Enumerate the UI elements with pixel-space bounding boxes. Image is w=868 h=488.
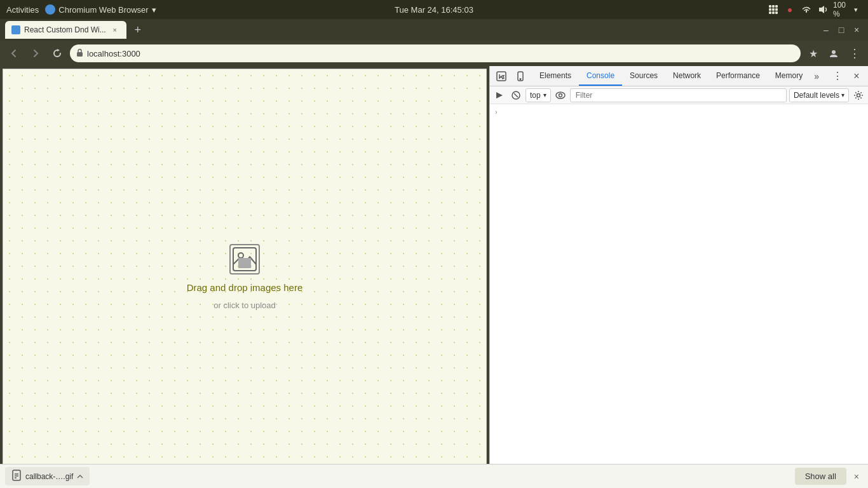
grid-tray-icon[interactable]	[768, 4, 779, 15]
svg-point-16	[520, 78, 521, 79]
eye-button[interactable]	[553, 88, 567, 102]
default-levels-label: Default levels	[794, 91, 839, 100]
console-content: ›	[490, 104, 868, 488]
app-dropdown-icon[interactable]: ▾	[152, 5, 156, 15]
default-levels-dropdown-icon: ▾	[841, 92, 844, 98]
address-text: localhost:3000	[87, 49, 794, 58]
maximize-button[interactable]: □	[835, 24, 848, 36]
svg-rect-5	[775, 8, 778, 11]
tab-sources[interactable]: Sources	[622, 66, 665, 86]
drop-zone-icon	[229, 244, 260, 274]
main-area: Drag and drop images here or click to up…	[0, 66, 868, 488]
close-window-button[interactable]: ×	[850, 24, 863, 36]
new-tab-button[interactable]: +	[129, 21, 147, 39]
tab-overflow-button[interactable]: »	[810, 66, 823, 86]
tab-bar: React Custom Dnd Wi... × +	[5, 21, 820, 39]
more-options-button[interactable]: ⋮	[829, 67, 846, 85]
tab-close-button[interactable]: ×	[110, 25, 120, 35]
activities-button[interactable]: Activities	[6, 5, 39, 15]
devtools-tabs: Elements Console Sources Network Perform…	[532, 66, 826, 86]
battery-label: 100 %	[834, 4, 845, 15]
back-button[interactable]	[5, 44, 23, 62]
tab-console[interactable]: Console	[579, 66, 622, 86]
system-tray: ● 100 % ▾	[768, 4, 862, 15]
navigation-bar: localhost:3000 ★ ⋮	[0, 41, 868, 66]
devtools-toolbar-right: ⋮ ×	[826, 67, 868, 85]
nav-actions: ★ ⋮	[804, 44, 863, 62]
context-label: top	[530, 91, 541, 100]
console-filter-input[interactable]	[570, 88, 787, 102]
lock-icon	[76, 48, 83, 58]
avatar-button[interactable]	[825, 44, 843, 62]
default-levels-button[interactable]: Default levels ▾	[789, 88, 849, 102]
download-bar: callback-….gif Show all ×	[0, 464, 868, 488]
forward-button[interactable]	[27, 44, 44, 62]
svg-rect-7	[772, 11, 775, 14]
svg-rect-0	[769, 5, 771, 8]
console-settings-button[interactable]	[851, 88, 865, 102]
system-datetime: Tue Mar 24, 16:45:03	[395, 5, 473, 15]
close-devtools-button[interactable]: ×	[848, 67, 865, 85]
bookmark-button[interactable]: ★	[804, 44, 822, 62]
app-name[interactable]: Chromium Web Browser ▾	[45, 4, 156, 15]
minimize-button[interactable]: –	[820, 24, 832, 36]
download-filename: callback-….gif	[25, 472, 73, 481]
tab-elements[interactable]: Elements	[532, 66, 579, 86]
devtools-toolbar: Elements Console Sources Network Perform…	[490, 66, 868, 86]
app-name-label: Chromium Web Browser	[58, 5, 148, 15]
show-all-button[interactable]: Show all	[795, 468, 846, 485]
download-expand-icon[interactable]	[77, 473, 83, 480]
devtools-toolbar-left	[490, 67, 532, 85]
svg-rect-8	[775, 11, 778, 14]
context-dropdown-icon: ▾	[543, 92, 546, 98]
console-toolbar: top ▾ Default levels ▾	[490, 86, 868, 104]
console-chevron-icon: ›	[495, 108, 498, 116]
upload-text: or click to upload	[214, 301, 276, 310]
tab-favicon	[11, 25, 20, 34]
menu-button[interactable]: ⋮	[845, 44, 863, 62]
download-bar-close-button[interactable]: ×	[850, 470, 863, 483]
context-selector[interactable]: top ▾	[526, 88, 551, 102]
tab-memory[interactable]: Memory	[768, 66, 810, 86]
battery-dropdown[interactable]: ▾	[850, 4, 862, 15]
tab-network[interactable]: Network	[665, 66, 709, 86]
device-toolbar-button[interactable]	[512, 67, 529, 85]
svg-rect-2	[775, 5, 778, 8]
console-prompt: ›	[490, 107, 868, 117]
svg-point-22	[857, 93, 860, 97]
wifi-icon[interactable]	[801, 4, 812, 15]
svg-rect-23	[13, 470, 20, 480]
devtools-panel: Elements Console Sources Network Perform…	[489, 66, 868, 488]
svg-rect-4	[772, 8, 775, 11]
webpage[interactable]: Drag and drop images here or click to up…	[3, 69, 487, 485]
reload-button[interactable]	[48, 44, 66, 62]
svg-line-19	[514, 93, 518, 97]
inspect-element-button[interactable]	[492, 67, 510, 85]
webpage-inner: Drag and drop images here or click to up…	[3, 69, 486, 485]
drag-drop-text: Drag and drop images here	[187, 282, 303, 293]
system-bar: Activities Chromium Web Browser ▾ Tue Ma…	[0, 0, 868, 19]
window-controls: – □ ×	[820, 24, 863, 36]
svg-rect-6	[769, 11, 771, 14]
system-bar-left: Activities Chromium Web Browser ▾	[6, 4, 156, 15]
console-run-button[interactable]	[492, 88, 506, 102]
tab-title: React Custom Dnd Wi...	[24, 25, 106, 34]
browser-chrome: React Custom Dnd Wi... × + – □ ×	[0, 19, 868, 66]
tab-performance[interactable]: Performance	[709, 66, 768, 86]
svg-point-13	[238, 253, 243, 258]
address-bar[interactable]: localhost:3000	[70, 44, 801, 62]
clear-console-button[interactable]	[509, 88, 523, 102]
download-file-icon	[11, 470, 22, 483]
svg-point-11	[832, 50, 836, 54]
speaker-icon[interactable]	[817, 4, 829, 15]
svg-marker-9	[819, 6, 824, 13]
circle-indicator: ●	[784, 4, 796, 15]
svg-point-20	[556, 92, 565, 98]
chromium-icon	[45, 4, 55, 15]
svg-point-21	[559, 93, 562, 97]
active-tab[interactable]: React Custom Dnd Wi... ×	[5, 21, 126, 39]
download-item[interactable]: callback-….gif	[5, 467, 90, 485]
title-bar: React Custom Dnd Wi... × + – □ ×	[0, 19, 868, 41]
svg-rect-3	[769, 8, 771, 11]
svg-marker-17	[496, 92, 503, 98]
